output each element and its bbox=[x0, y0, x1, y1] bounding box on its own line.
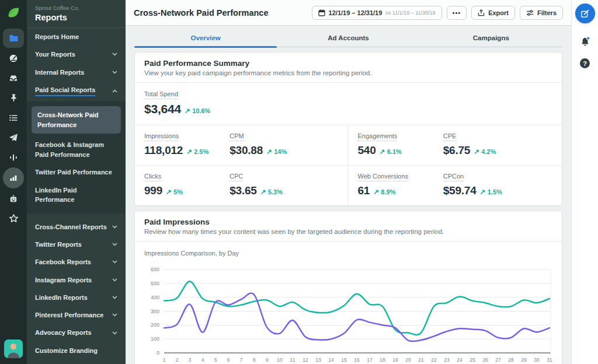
sidebar-item-instagram-reports[interactable]: Instagram Reports bbox=[27, 271, 126, 289]
filters-label: Filters bbox=[537, 9, 557, 16]
metric-value: $30.88 bbox=[230, 144, 263, 157]
notifications-button[interactable] bbox=[580, 36, 590, 49]
metric-label[interactable]: Clicks bbox=[144, 173, 161, 181]
metric-label[interactable]: CPC bbox=[230, 173, 243, 181]
gauge-icon bbox=[9, 54, 18, 63]
svg-text:500: 500 bbox=[151, 281, 159, 286]
sidebar-item-twitter-reports[interactable]: Twitter Reports bbox=[27, 236, 126, 253]
sidebar-item-internal-reports[interactable]: Internal Reports bbox=[27, 64, 126, 81]
sidebar-item-reports-home[interactable]: Reports Home bbox=[27, 28, 126, 46]
sidebar-item-facebook-reports[interactable]: Facebook Reports bbox=[27, 253, 126, 271]
rail-publishing-button[interactable] bbox=[3, 88, 24, 107]
metric-value: 118,012 bbox=[144, 144, 183, 157]
trend-up-icon: ↗ bbox=[260, 188, 266, 196]
rail-reports-button[interactable] bbox=[3, 167, 24, 188]
rail-listening-button[interactable] bbox=[3, 148, 24, 167]
svg-text:24: 24 bbox=[457, 357, 463, 363]
export-button[interactable]: Export bbox=[471, 6, 515, 20]
metric-label[interactable]: Impressions bbox=[144, 132, 179, 141]
summary-card-header: Paid Performance Summary View your key p… bbox=[135, 52, 562, 83]
rail-dashboard-button[interactable] bbox=[3, 48, 24, 68]
more-options-button[interactable]: ••• bbox=[447, 6, 467, 20]
pin-icon bbox=[9, 93, 18, 102]
help-icon: ? bbox=[583, 60, 587, 67]
metric-label[interactable]: CPM bbox=[230, 132, 244, 141]
tab-ad-accounts[interactable]: Ad Accounts bbox=[277, 29, 419, 47]
metric-value: $59.74 bbox=[443, 184, 477, 197]
metric-label[interactable]: CPE bbox=[443, 132, 457, 141]
sidebar-item-cross-network-paid[interactable]: Cross-Network Paid Performance bbox=[32, 106, 121, 134]
export-icon bbox=[478, 9, 485, 16]
metric-cpcon: CPCon $59.74 ↗ 1.5% bbox=[434, 166, 562, 205]
sidebar-item-linkedin-reports[interactable]: LinkedIn Reports bbox=[27, 289, 126, 306]
svg-text:300: 300 bbox=[151, 309, 159, 314]
chevron-down-icon bbox=[112, 260, 117, 264]
metric-value: $3.65 bbox=[230, 184, 257, 197]
sidebar-item-paid-social-reports[interactable]: Paid Social Reports bbox=[27, 81, 126, 101]
sidebar-item-twitter-paid[interactable]: Twitter Paid Performance bbox=[32, 163, 121, 181]
metric-label[interactable]: Engagements bbox=[357, 132, 397, 141]
svg-text:9: 9 bbox=[266, 357, 269, 363]
sidebar-item-fb-ig-paid[interactable]: Facebook & Instagram Paid Performance bbox=[32, 136, 121, 163]
trend-up-icon: ↗ bbox=[166, 188, 172, 196]
sidebar-item-label: Pinterest Performance bbox=[35, 311, 103, 319]
tab-overview[interactable]: Overview bbox=[134, 29, 277, 47]
sidebar-item-label: Customize Branding bbox=[35, 346, 98, 355]
paid-impressions-card: Paid Impressions Review how many times y… bbox=[134, 211, 562, 364]
rail-inbox-button[interactable] bbox=[3, 68, 24, 88]
sidebar-item-label: Advocacy Reports bbox=[35, 328, 92, 337]
page-title: Cross-Network Paid Performance bbox=[134, 8, 307, 18]
sidebar-item-advocacy-reports[interactable]: Advocacy Reports bbox=[27, 324, 126, 341]
sidebar-item-pinterest-performance[interactable]: Pinterest Performance bbox=[27, 306, 126, 324]
chevron-down-icon bbox=[112, 52, 117, 56]
rail-send-button[interactable] bbox=[3, 128, 24, 147]
impressions-line-chart: 0100200300400500600123456789101112131415… bbox=[144, 261, 554, 364]
impressions-subtitle: Review how many times your content was s… bbox=[144, 228, 552, 235]
calendar-icon bbox=[318, 9, 325, 16]
sidebar-item-cross-channel-reports[interactable]: Cross-Channel Reports bbox=[27, 218, 126, 236]
svg-text:0: 0 bbox=[157, 350, 159, 356]
compose-icon bbox=[580, 9, 589, 18]
chevron-down-icon bbox=[112, 296, 117, 299]
sidebar-item-your-reports[interactable]: Your Reports bbox=[27, 46, 126, 63]
trend-up-icon: ↗ bbox=[373, 188, 379, 196]
date-range-button[interactable]: 12/1/19 – 12/31/19 vs 11/1/19 – 11/30/19 bbox=[312, 6, 442, 20]
tab-campaigns[interactable]: Campaigns bbox=[420, 29, 562, 47]
sidebar-header: Sprout Coffee Co. Reports bbox=[27, 0, 126, 28]
filters-button[interactable]: Filters bbox=[520, 6, 563, 20]
sprout-logo-icon[interactable] bbox=[5, 4, 22, 22]
svg-text:6: 6 bbox=[227, 357, 230, 363]
rail-automation-button[interactable] bbox=[3, 189, 24, 208]
metric-label[interactable]: Web Conversions bbox=[357, 173, 408, 181]
folder-icon bbox=[9, 33, 19, 43]
filters-icon bbox=[526, 9, 534, 16]
metric-label-total-spend[interactable]: Total Spend bbox=[144, 90, 178, 99]
account-name: Sprout Coffee Co. bbox=[35, 5, 117, 11]
sidebar-item-linkedin-paid[interactable]: LinkedIn Paid Performance bbox=[32, 181, 121, 209]
chevron-up-icon bbox=[112, 89, 117, 93]
compose-button[interactable] bbox=[575, 4, 595, 23]
report-tabs: Overview Ad Accounts Campaigns bbox=[134, 29, 562, 47]
user-avatar[interactable] bbox=[4, 340, 23, 358]
sidebar-item-label: Internal Reports bbox=[35, 68, 84, 76]
svg-text:400: 400 bbox=[151, 295, 159, 300]
metric-impressions: Impressions 118,012 ↗ 2.5% bbox=[135, 125, 220, 165]
help-button[interactable]: ? bbox=[580, 58, 590, 68]
chevron-down-icon bbox=[112, 225, 117, 229]
svg-text:27: 27 bbox=[495, 357, 501, 363]
rail-advocacy-button[interactable] bbox=[3, 209, 24, 228]
svg-text:12: 12 bbox=[303, 357, 308, 363]
metric-label[interactable]: CPCon bbox=[443, 173, 464, 181]
trend-up-icon: ↗ bbox=[185, 107, 190, 115]
trend-up-icon: ↗ bbox=[186, 148, 192, 156]
metric-delta: ↗ 2.5% bbox=[186, 148, 208, 156]
sidebar-item-customize-branding[interactable]: Customize Branding bbox=[27, 342, 126, 359]
rail-feeds-button[interactable] bbox=[3, 108, 24, 127]
metric-delta: ↗ 1.5% bbox=[480, 188, 502, 196]
metrics-grid: Impressions 118,012 ↗ 2.5% CPM $30.88 ↗ … bbox=[135, 125, 562, 205]
rail-folder-button[interactable] bbox=[3, 29, 24, 48]
sidebar-item-label: Paid Social Reports bbox=[35, 86, 95, 96]
svg-text:20: 20 bbox=[405, 357, 411, 363]
svg-text:22: 22 bbox=[431, 357, 437, 363]
svg-text:2: 2 bbox=[176, 357, 179, 363]
